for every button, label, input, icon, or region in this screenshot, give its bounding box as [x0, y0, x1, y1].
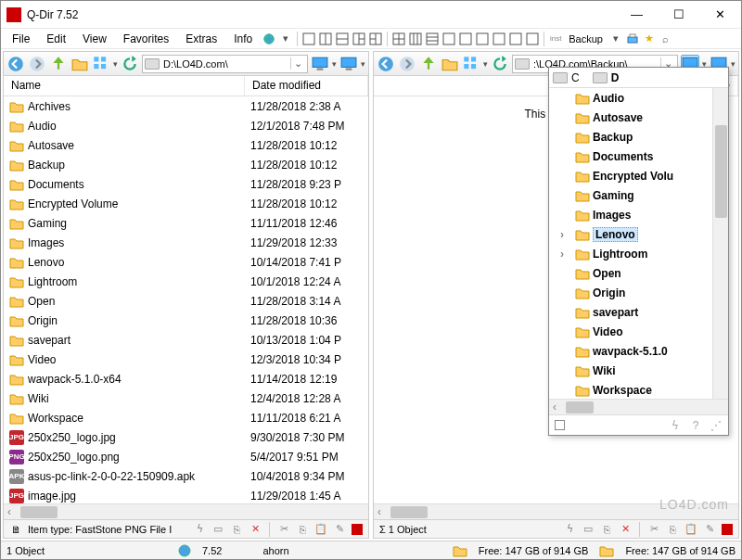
bolt-icon[interactable]: ϟ — [563, 523, 576, 536]
tree-item[interactable]: Video — [549, 322, 728, 341]
file-row[interactable]: Workspace11/11/2018 6:21 A — [4, 408, 368, 427]
layout-12-icon[interactable] — [525, 32, 540, 46]
menu-favorites[interactable]: Favorites — [116, 31, 176, 47]
layout-7-icon[interactable] — [441, 32, 456, 46]
drive-c-icon[interactable] — [553, 72, 568, 83]
print-icon[interactable] — [625, 32, 640, 46]
view-mode-button[interactable] — [462, 55, 480, 73]
layout-3a-icon[interactable] — [352, 32, 366, 46]
left-hscroll[interactable]: ‹ — [4, 503, 368, 519]
file-row[interactable]: Open11/28/2018 3:14 A — [4, 291, 368, 311]
file-row[interactable]: Video12/3/2018 10:34 P — [4, 350, 368, 369]
up-button[interactable] — [419, 55, 438, 73]
left-filelist[interactable]: Archives11/28/2018 2:38 AAudio12/1/2018 … — [4, 96, 368, 503]
app-small-icon[interactable] — [352, 524, 363, 535]
layout-6-icon[interactable] — [425, 32, 440, 46]
paste-icon[interactable]: 📋 — [314, 523, 327, 536]
up-button[interactable] — [49, 55, 68, 73]
layout-1-icon[interactable] — [301, 32, 316, 46]
menu-info[interactable]: Info — [226, 31, 260, 47]
tab-d[interactable]: D — [611, 71, 620, 84]
tab-c[interactable]: C — [571, 71, 580, 84]
col-date[interactable]: Date modified — [245, 76, 368, 95]
expand-icon[interactable]: › — [556, 248, 568, 261]
expand-icon[interactable]: › — [556, 228, 568, 241]
file-row[interactable]: Encrypted Volume11/28/2018 10:12 — [4, 194, 368, 213]
folder-up-icon[interactable] — [70, 55, 89, 73]
view-dropdown-icon[interactable]: ▾ — [483, 59, 488, 69]
dropdown2-icon[interactable]: ▾ — [608, 32, 623, 46]
file-row[interactable]: JPG250x250_logo.jpg9/30/2018 7:30 PM — [4, 427, 368, 447]
cut-icon[interactable]: ✂ — [277, 523, 290, 536]
mon2-drop-icon[interactable]: ▾ — [361, 59, 365, 69]
tree-item[interactable]: Wiki — [549, 361, 728, 380]
delete-icon[interactable]: ✕ — [249, 523, 262, 536]
tree-item[interactable]: Encrypted Volu — [549, 166, 728, 185]
tree-item[interactable]: Gaming — [549, 185, 728, 205]
file-row[interactable]: APKasus-pc-link-2-0-0-22-150909.apk10/4/… — [4, 466, 368, 486]
magnify-icon[interactable]: ⌕ — [659, 32, 673, 46]
delete-icon[interactable]: ✕ — [619, 523, 632, 536]
file-row[interactable]: wavpack-5.1.0-x6411/14/2018 12:19 — [4, 369, 368, 388]
back-button[interactable] — [6, 55, 25, 73]
checkbox-icon[interactable] — [555, 420, 565, 430]
window-icon[interactable]: ▭ — [582, 523, 595, 536]
layout-3b-icon[interactable] — [368, 32, 383, 46]
monitor1-button[interactable] — [311, 55, 329, 73]
tree-hscroll[interactable]: ‹ — [549, 399, 728, 414]
drive-d-icon[interactable] — [593, 72, 608, 83]
layout-4-icon[interactable] — [391, 32, 406, 46]
col-name[interactable]: Name — [4, 76, 245, 95]
layout-2h-icon[interactable] — [318, 32, 333, 46]
refresh-button[interactable] — [491, 55, 509, 73]
layout-5-icon[interactable] — [408, 32, 423, 46]
file-row[interactable]: savepart10/13/2018 1:04 P — [4, 330, 368, 350]
mon1-drop-icon[interactable]: ▾ — [332, 59, 337, 69]
menu-view[interactable]: View — [75, 31, 114, 47]
scroll-thumb[interactable] — [20, 506, 58, 518]
file-row[interactable]: PNG250x250_logo.png5/4/2017 9:51 PM — [4, 447, 368, 466]
tree-item[interactable]: Workspace — [549, 380, 728, 399]
tree-item[interactable]: Open — [549, 263, 728, 283]
star-icon[interactable]: ★ — [642, 32, 657, 46]
view-mode-button[interactable] — [92, 55, 110, 73]
tree-item[interactable]: savepart — [549, 302, 728, 322]
tree-item[interactable]: Audio — [549, 88, 728, 108]
globe-icon[interactable] — [262, 32, 276, 46]
maximize-button[interactable]: ☐ — [658, 1, 699, 28]
monitor2-button[interactable] — [339, 55, 358, 73]
file-row[interactable]: Documents11/28/2018 9:23 P — [4, 174, 368, 194]
scroll-thumb[interactable] — [566, 401, 594, 414]
file-row[interactable]: Origin11/28/2018 10:36 — [4, 311, 368, 330]
minimize-button[interactable]: — — [616, 1, 658, 28]
back-button[interactable] — [377, 55, 395, 73]
mon2-drop-icon[interactable]: ▾ — [731, 59, 736, 69]
tree-item[interactable]: Backup — [549, 127, 728, 146]
edit-icon[interactable]: ✎ — [333, 523, 346, 536]
tree-body[interactable]: AudioAutosaveBackupDocumentsEncrypted Vo… — [549, 88, 728, 399]
edit-icon[interactable]: ✎ — [703, 523, 716, 536]
scroll-thumb[interactable] — [390, 506, 428, 518]
file-row[interactable]: Archives11/28/2018 2:38 A — [4, 96, 368, 116]
tree-item[interactable]: ›Lenovo — [549, 224, 728, 244]
file-row[interactable]: JPGimage.jpg11/29/2018 1:45 A — [4, 486, 368, 503]
backup-label[interactable]: Backup — [565, 32, 607, 46]
file-row[interactable]: Wiki12/4/2018 12:28 A — [4, 388, 368, 408]
file-row[interactable]: Audio12/1/2018 7:48 PM — [4, 116, 368, 135]
copy-icon[interactable]: ⎘ — [600, 523, 613, 536]
file-row[interactable]: Autosave11/28/2018 10:12 — [4, 135, 368, 155]
view-dropdown-icon[interactable]: ▾ — [113, 59, 118, 69]
dropdown-icon[interactable]: ▾ — [278, 32, 293, 46]
file-row[interactable]: Images11/29/2018 12:33 — [4, 233, 368, 252]
tree-item[interactable]: Autosave — [549, 108, 728, 127]
folder-up-icon[interactable] — [441, 55, 459, 73]
refresh-button[interactable] — [121, 55, 139, 73]
tree-item[interactable]: Documents — [549, 146, 728, 166]
file-row[interactable]: Backup11/28/2018 10:12 — [4, 155, 368, 174]
file-row[interactable]: Lenovo10/14/2018 7:41 P — [4, 252, 368, 272]
menu-file[interactable]: File — [5, 31, 37, 47]
window-icon[interactable]: ▭ — [211, 523, 224, 536]
layout-10-icon[interactable] — [492, 32, 506, 46]
file-row[interactable]: Gaming11/11/2018 12:46 — [4, 213, 368, 233]
layout-11-icon[interactable] — [508, 32, 523, 46]
